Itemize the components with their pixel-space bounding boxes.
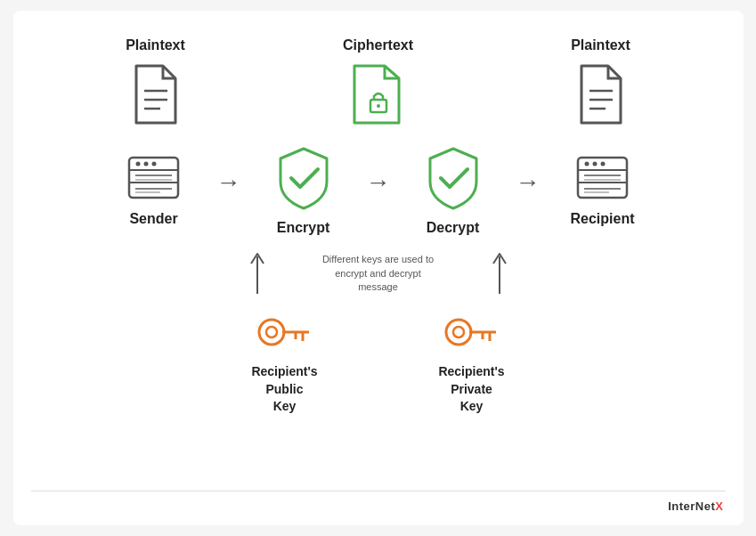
private-key-icon [441, 307, 503, 356]
arrows-and-text: Different keys are used to encrypt and d… [248, 249, 509, 298]
bottom-divider [31, 491, 726, 491]
recipient-item: Recipient [545, 153, 661, 227]
keys-text: Different keys are used to encrypt and d… [321, 253, 436, 294]
plaintext-right-label: Plaintext [571, 37, 630, 53]
decrypt-item: Decrypt [395, 144, 511, 236]
svg-point-31 [266, 327, 277, 337]
svg-point-13 [152, 162, 157, 166]
sender-icon [125, 153, 183, 202]
ciphertext-icon [347, 62, 410, 126]
up-arrow-left [248, 249, 267, 298]
encrypt-item: Encrypt [246, 144, 362, 236]
svg-point-22 [593, 162, 597, 166]
arrow-3: → [516, 170, 541, 211]
recipient-icon [573, 153, 631, 202]
svg-point-11 [136, 162, 141, 166]
encrypt-label: Encrypt [277, 220, 330, 236]
up-arrow-right [490, 249, 509, 298]
decrypt-icon [423, 144, 484, 211]
private-key-label: Recipient'sPrivateKey [438, 363, 504, 416]
public-key-label: Recipient'sPublicKey [251, 363, 317, 416]
svg-point-12 [144, 162, 149, 166]
encrypt-icon [273, 144, 334, 211]
plaintext-left-icon [129, 62, 183, 126]
svg-point-4 [377, 104, 380, 108]
ciphertext-item: Ciphertext [312, 37, 445, 126]
sender-item: Sender [96, 153, 212, 227]
decrypt-label: Decrypt [427, 220, 480, 236]
public-key-item: Recipient'sPublicKey [227, 307, 343, 416]
plaintext-left-item: Plaintext [89, 37, 223, 126]
public-key-icon [254, 307, 316, 356]
private-key-item: Recipient'sPrivateKey [414, 307, 530, 416]
keys-row: Recipient'sPublicKey Recipient'sPrivateK… [227, 307, 530, 416]
brand-logo: InterNetX [668, 499, 723, 513]
recipient-label: Recipient [570, 211, 634, 227]
svg-point-36 [453, 327, 464, 337]
arrow-2: → [366, 170, 391, 211]
top-row: Plaintext Ciphertext [31, 37, 726, 126]
plaintext-right-icon [574, 62, 628, 126]
svg-point-30 [259, 320, 284, 345]
brand-x: X [715, 499, 723, 513]
brand-text: InterNet [668, 499, 715, 513]
svg-point-35 [446, 320, 471, 345]
svg-point-21 [585, 162, 589, 166]
sender-label: Sender [129, 211, 177, 227]
svg-point-23 [601, 162, 606, 166]
ciphertext-label: Ciphertext [343, 37, 413, 53]
plaintext-right-item: Plaintext [534, 37, 668, 126]
plaintext-left-label: Plaintext [126, 37, 185, 53]
diagram-container: Plaintext Ciphertext [13, 11, 744, 525]
keys-section: Different keys are used to encrypt and d… [31, 249, 726, 416]
mid-row: Sender → Encrypt → Decrypt → [31, 144, 726, 236]
arrow-1: → [216, 170, 241, 211]
